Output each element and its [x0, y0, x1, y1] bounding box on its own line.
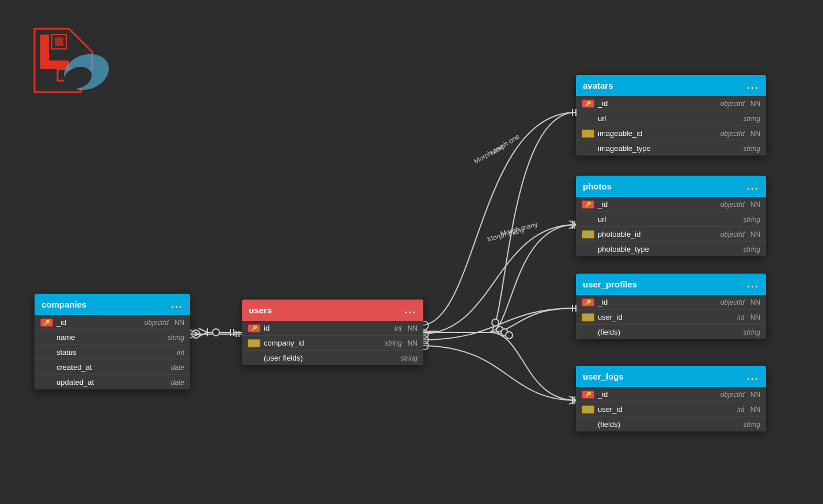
fk-icon: 🔗	[582, 313, 594, 321]
field-type: string	[744, 115, 760, 123]
users-menu[interactable]: ...	[404, 304, 416, 316]
svg-line-16	[572, 396, 576, 400]
companies-menu[interactable]: ...	[171, 298, 183, 310]
avatars-table: avatars ... 🔑 _id objectId NN url string…	[576, 75, 766, 156]
empty-icon	[582, 328, 594, 336]
field-type: string	[744, 245, 760, 253]
user-logs-title: user_logs	[583, 372, 624, 381]
field-type: date	[171, 378, 184, 386]
field-type: objectId	[720, 200, 745, 209]
field-type: objectId	[720, 100, 745, 108]
svg-rect-23	[40, 60, 69, 69]
photos-table: photos ... 🔑 _id objectId NN url string …	[576, 176, 766, 256]
fk-icon: 🔗	[582, 230, 594, 238]
svg-point-43	[496, 327, 503, 334]
field-type: date	[171, 363, 184, 372]
avatars-body: 🔑 _id objectId NN url string 🔗 imageable…	[576, 96, 766, 156]
key-icon: 🔑	[582, 298, 594, 306]
field-type: objectId	[145, 319, 169, 327]
field-name: imageable_type	[598, 144, 740, 153]
empty-icon	[582, 245, 594, 253]
field-nn: NN	[750, 200, 760, 209]
field-name: _id	[598, 390, 717, 399]
user-profiles-table: user_profiles ... 🔑 _id objectId NN 🔗 us…	[576, 274, 766, 339]
field-nn: NN	[408, 324, 418, 332]
field-name: _id	[598, 200, 717, 209]
fk-icon: 🔗	[582, 130, 594, 138]
field-name: _id	[56, 318, 141, 327]
field-type: objectId	[720, 130, 745, 138]
table-row: url string	[576, 111, 766, 126]
field-nn: NN	[750, 313, 760, 321]
table-row: updated_at date	[35, 375, 190, 389]
table-row: 🔑 _id objectId NN	[576, 197, 766, 212]
svg-line-40	[569, 221, 576, 225]
empty-icon	[40, 334, 53, 342]
user-profiles-menu[interactable]: ...	[747, 278, 759, 290]
field-type: objectId	[720, 298, 745, 306]
table-row: (fields) string	[576, 325, 766, 339]
table-row: 🔗 user_id int NN	[576, 310, 766, 325]
field-type: int	[395, 324, 402, 332]
field-nn: NN	[750, 230, 760, 238]
user-logs-header: user_logs ...	[576, 366, 766, 387]
photos-body: 🔑 _id objectId NN url string 🔗 photoable…	[576, 197, 766, 256]
empty-icon	[248, 354, 260, 362]
avatars-menu[interactable]: ...	[747, 79, 759, 92]
empty-icon	[40, 348, 53, 357]
field-nn: NN	[408, 339, 418, 347]
field-name: company_id	[264, 339, 381, 347]
users-table: MySQL users ... 🔑 id int NN 🔗 company_id…	[242, 300, 423, 365]
svg-rect-25	[55, 37, 63, 46]
field-name: user_id	[598, 405, 734, 414]
field-name: (fields)	[598, 328, 740, 336]
svg-line-2	[190, 334, 199, 338]
field-type: string	[744, 215, 760, 223]
svg-point-32	[213, 329, 219, 336]
field-type: int	[737, 313, 745, 321]
field-name: photoable_type	[598, 245, 740, 253]
svg-point-39	[492, 319, 499, 326]
photos-title: photos	[583, 181, 612, 191]
photos-header: photos ...	[576, 176, 766, 197]
field-type: string	[744, 328, 760, 336]
fk-icon: 🔗	[582, 406, 594, 414]
photos-menu[interactable]: ...	[747, 180, 759, 192]
user-logs-body: 🔑 _id objectId NN 🔗 user_id int NN (fiel…	[576, 387, 766, 431]
field-type: string	[401, 354, 418, 362]
table-row: 🔗 company_id string NN	[242, 336, 423, 351]
table-row: 🔑 _id objectId NN	[576, 387, 766, 402]
key-icon: 🔑	[582, 100, 594, 108]
table-row: 🔑 _id objectId NN	[576, 295, 766, 310]
svg-point-46	[501, 329, 508, 336]
key-icon: 🔑	[582, 391, 594, 399]
field-name: status	[56, 348, 173, 357]
companies-body: 🔑 _id objectId NN name string status int…	[35, 315, 190, 389]
field-type: objectId	[720, 230, 745, 238]
table-row: 🔗 imageable_id objectId NN	[576, 126, 766, 141]
field-type: objectId	[720, 391, 745, 399]
morph-one-label: Morph one	[472, 142, 505, 166]
morph-many-label: Morph many	[486, 226, 525, 244]
field-name: created_at	[56, 363, 168, 372]
table-row: 🔗 photoable_id objectId NN	[576, 227, 766, 242]
field-type: int	[177, 348, 184, 357]
field-name: _id	[598, 99, 717, 108]
companies-header: companies ...	[35, 294, 190, 315]
svg-line-10	[572, 225, 576, 229]
table-row: status int	[35, 345, 190, 360]
empty-icon	[40, 378, 53, 386]
table-row: 🔑 _id objectId NN	[35, 315, 190, 330]
field-nn: NN	[750, 130, 760, 138]
field-name: user_id	[598, 313, 734, 321]
user-logs-menu[interactable]: ...	[747, 370, 759, 382]
field-nn: NN	[750, 391, 760, 399]
table-row: (user fields) string	[242, 351, 423, 365]
field-name: imageable_id	[598, 129, 717, 138]
user-profiles-body: 🔑 _id objectId NN 🔗 user_id int NN (fiel…	[576, 295, 766, 339]
table-row: 🔑 id int NN	[242, 321, 423, 336]
svg-line-41	[569, 225, 576, 229]
svg-line-29	[199, 332, 207, 336]
user-profiles-header: user_profiles ...	[576, 274, 766, 295]
users-body: 🔑 id int NN 🔗 company_id string NN (user…	[242, 321, 423, 365]
